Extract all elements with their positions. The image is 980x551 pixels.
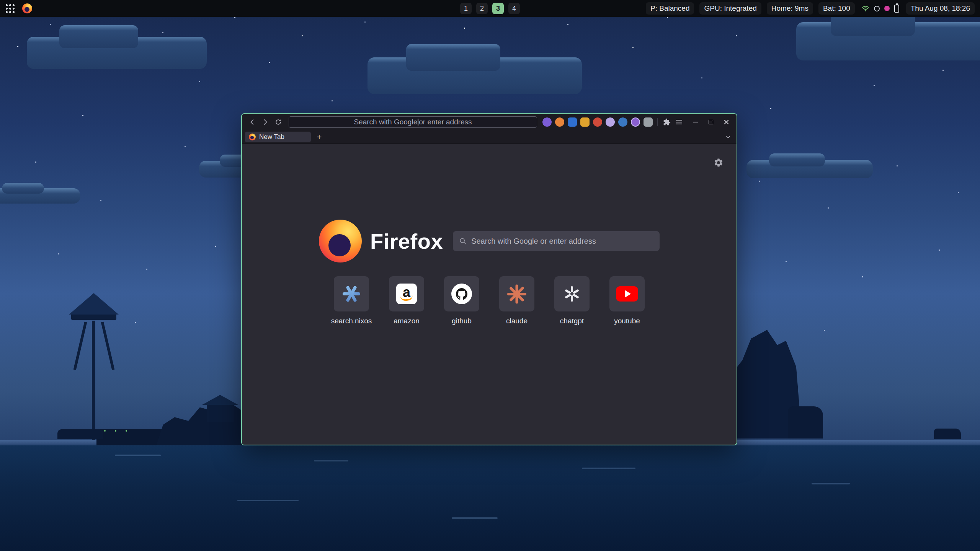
tab-title: New Tab [259, 133, 284, 141]
newtab-hero: Firefox [319, 220, 660, 262]
shortcut-chatgpt[interactable]: chatgpt [554, 276, 590, 325]
back-button[interactable] [246, 116, 259, 128]
shortcut-claude[interactable]: claude [499, 276, 534, 325]
tab-new-tab[interactable]: New Tab [245, 132, 311, 142]
chatgpt-knot-icon [563, 285, 581, 303]
watchtower-pole [92, 321, 95, 440]
cliff-right-small [788, 406, 823, 439]
cloud [746, 160, 873, 178]
extension-icon-4[interactable] [580, 117, 590, 127]
cloud [27, 37, 207, 69]
shortcut-label: github [452, 317, 472, 325]
settings-gear-button[interactable] [714, 158, 724, 169]
extension-icon-9[interactable] [644, 117, 653, 127]
watchtower-platform [71, 314, 116, 320]
wave-streak [314, 460, 348, 461]
shortcut-tile: a [389, 276, 424, 311]
extensions-menu-button[interactable] [661, 117, 673, 127]
extension-icon-8[interactable] [631, 117, 640, 127]
shortcut-tile [499, 276, 534, 311]
wave-streak [582, 468, 635, 469]
apps-grid-icon[interactable] [5, 4, 15, 13]
extension-icon-6[interactable] [606, 117, 615, 127]
shortcut-label: claude [506, 317, 528, 325]
hamburger-icon [676, 120, 682, 124]
tab-bar: New Tab + [242, 130, 737, 144]
minimize-button[interactable] [689, 117, 702, 127]
shortcut-search-nixos[interactable]: search.nixos [334, 276, 369, 325]
nixos-snowflake-icon [341, 284, 361, 304]
system-tray [860, 5, 901, 13]
urlbar-placeholder-left: Search with Google [354, 118, 417, 126]
tray-magenta-icon[interactable] [884, 6, 890, 11]
browser-toolbar: Search with Google or enter address [242, 114, 737, 130]
workspace-1[interactable]: 1 [460, 3, 472, 14]
claude-starburst-icon [507, 284, 527, 304]
firefox-wordmark: Firefox [370, 229, 443, 254]
island-lights [104, 430, 106, 432]
wallpaper-ocean [0, 445, 980, 551]
extension-icon-1[interactable] [542, 117, 552, 127]
workspace-4[interactable]: 4 [508, 3, 520, 14]
extension-icon-2[interactable] [555, 117, 564, 127]
gear-icon [714, 158, 724, 168]
extension-icon-5[interactable] [593, 117, 602, 127]
battery-icon[interactable] [894, 5, 899, 13]
status-bar: 1 2 3 4 P: Balanced GPU: Integrated Home… [0, 0, 980, 17]
workspace-switcher: 1 2 3 4 [460, 3, 520, 14]
shortcut-tile [554, 276, 590, 311]
toolbar-separator [657, 118, 658, 126]
extension-toolbar [542, 117, 653, 127]
latency-status: Home: 9ms [767, 2, 813, 15]
shortcut-amazon[interactable]: a amazon [389, 276, 424, 325]
wave-streak [237, 500, 299, 501]
newtab-search-box[interactable] [453, 231, 660, 251]
cloud [0, 188, 80, 204]
desktop: 1 2 3 4 P: Balanced GPU: Integrated Home… [0, 0, 980, 551]
shortcut-label: chatgpt [560, 317, 584, 325]
shortcut-tile [444, 276, 479, 311]
shortcuts-row: search.nixos a amazon [334, 276, 645, 325]
tab-favicon [249, 134, 256, 140]
wifi-icon[interactable] [862, 5, 869, 12]
cloud [368, 57, 582, 94]
chevron-right-icon [262, 119, 269, 126]
tray-circle-icon[interactable] [874, 6, 880, 11]
shortcut-github[interactable]: github [444, 276, 479, 325]
reload-button[interactable] [272, 116, 285, 128]
github-octocat-icon [451, 284, 472, 304]
urlbar-placeholder-right: or enter address [419, 118, 472, 126]
puzzle-icon [663, 118, 671, 126]
wave-streak [452, 517, 498, 519]
rock-far-right [934, 429, 961, 439]
forward-button[interactable] [259, 116, 272, 128]
shortcut-youtube[interactable]: youtube [609, 276, 645, 325]
tab-overflow-button[interactable] [723, 132, 733, 142]
app-menu-button[interactable] [673, 117, 685, 127]
firefox-window: Search with Google or enter address [241, 113, 737, 445]
new-tab-button[interactable]: + [314, 132, 325, 142]
search-icon [459, 237, 467, 245]
firefox-launcher-icon[interactable] [22, 3, 32, 13]
newtab-search-input[interactable] [471, 237, 653, 246]
extension-icon-7[interactable] [618, 117, 627, 127]
shortcut-tile [334, 276, 369, 311]
power-profile-status: P: Balanced [646, 2, 694, 15]
cloud [796, 22, 980, 60]
workspace-2[interactable]: 2 [476, 3, 488, 14]
island-hut-roof [202, 395, 238, 405]
shortcut-label: youtube [614, 317, 640, 325]
close-button[interactable] [720, 117, 733, 127]
gpu-status: GPU: Integrated [699, 2, 761, 15]
extension-icon-3[interactable] [568, 117, 577, 127]
battery-status: Bat: 100 [818, 2, 855, 15]
island-hut [207, 404, 234, 422]
firefox-logo [319, 220, 362, 262]
url-bar[interactable]: Search with Google or enter address [289, 116, 537, 128]
maximize-button[interactable] [704, 117, 717, 127]
workspace-3-active[interactable]: 3 [492, 3, 504, 14]
watchtower-roof [69, 293, 119, 315]
chevron-down-icon [725, 134, 731, 140]
text-caret [418, 119, 418, 126]
new-tab-page: Firefox search.nixos [242, 144, 737, 445]
